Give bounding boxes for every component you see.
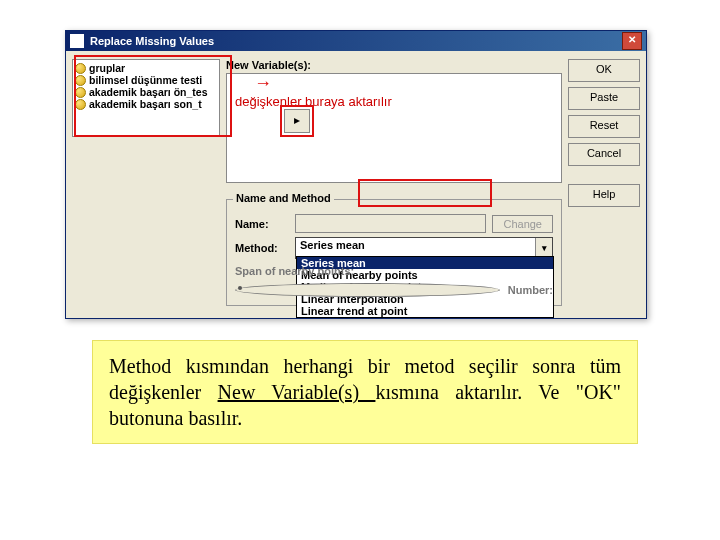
app-icon bbox=[70, 34, 84, 48]
list-item[interactable]: akademik başarı ön_tes bbox=[75, 86, 217, 98]
scale-icon bbox=[75, 75, 86, 86]
explanation-note: Method kısmından herhangi bir metod seçi… bbox=[92, 340, 638, 444]
paste-button[interactable]: Paste bbox=[568, 87, 640, 110]
list-item[interactable]: gruplar bbox=[75, 62, 217, 74]
span-label: Span of nearby points: bbox=[235, 265, 354, 277]
number-radio[interactable] bbox=[235, 283, 500, 297]
group-legend: Name and Method bbox=[233, 192, 334, 204]
name-and-method-group: Name and Method Name: Change Method: Ser… bbox=[226, 199, 562, 306]
new-variables-list[interactable]: değişkenler buraya aktarılır bbox=[226, 73, 562, 183]
help-button[interactable]: Help bbox=[568, 184, 640, 207]
window-title: Replace Missing Values bbox=[90, 35, 214, 47]
name-field[interactable] bbox=[295, 214, 486, 233]
name-label: Name: bbox=[235, 218, 289, 230]
transfer-button[interactable]: ▸ bbox=[284, 109, 310, 133]
change-button[interactable]: Change bbox=[492, 215, 553, 233]
method-label: Method: bbox=[235, 242, 289, 254]
titlebar[interactable]: Replace Missing Values ✕ bbox=[66, 31, 646, 51]
dropdown-option[interactable]: Linear trend at point bbox=[297, 305, 553, 317]
method-select[interactable]: Series mean Series mean Mean of nearby p… bbox=[295, 237, 553, 259]
reset-button[interactable]: Reset bbox=[568, 115, 640, 138]
ok-button[interactable]: OK bbox=[568, 59, 640, 82]
cancel-button[interactable]: Cancel bbox=[568, 143, 640, 166]
list-item[interactable]: akademik başarı son_t bbox=[75, 98, 217, 110]
new-variables-label: New Variable(s): bbox=[226, 59, 562, 71]
scale-icon bbox=[75, 87, 86, 98]
replace-missing-values-dialog: Replace Missing Values ✕ gruplar bilimse… bbox=[65, 30, 647, 319]
number-label: Number: bbox=[508, 284, 553, 296]
list-item[interactable]: bilimsel düşünme testi bbox=[75, 74, 217, 86]
chevron-down-icon[interactable] bbox=[535, 238, 552, 258]
scale-icon bbox=[75, 63, 86, 74]
annotation-hint: değişkenler buraya aktarılır bbox=[235, 94, 392, 109]
source-variable-list[interactable]: gruplar bilimsel düşünme testi akademik … bbox=[72, 59, 220, 137]
close-icon[interactable]: ✕ bbox=[622, 32, 642, 50]
scale-icon bbox=[75, 99, 86, 110]
